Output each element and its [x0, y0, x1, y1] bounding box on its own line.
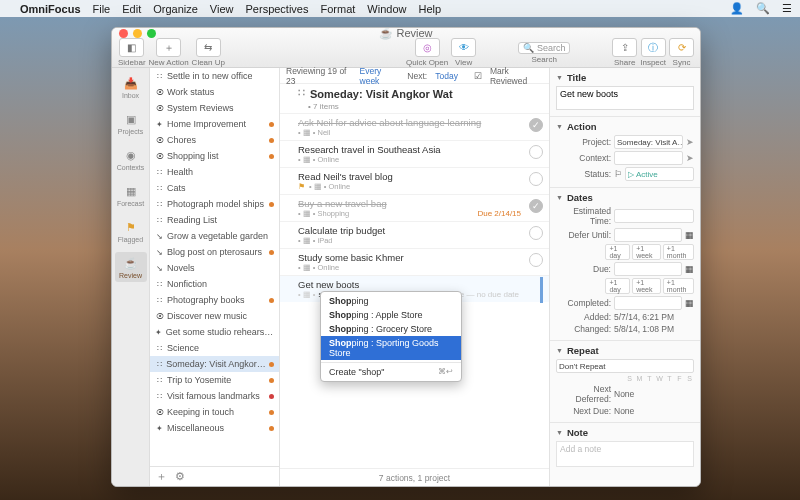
- add-project-button[interactable]: ＋: [156, 469, 167, 484]
- view-button[interactable]: 👁: [451, 38, 476, 57]
- autocomplete-item[interactable]: Shopping : Grocery Store: [321, 322, 461, 336]
- sidebar-project-row[interactable]: ✦Home Improvement: [150, 116, 279, 132]
- disclosure-icon[interactable]: ▼: [556, 123, 563, 130]
- menu-perspectives[interactable]: Perspectives: [246, 3, 309, 15]
- disclosure-icon[interactable]: ▼: [556, 347, 563, 354]
- defer-field[interactable]: [614, 228, 682, 242]
- menu-window[interactable]: Window: [367, 3, 406, 15]
- task-row[interactable]: Calculate trip budget• ▦ • iPad: [280, 221, 549, 248]
- sidebar-project-row[interactable]: ⦿Work status: [150, 84, 279, 100]
- sidebar-project-row[interactable]: ⦿System Reviews: [150, 100, 279, 116]
- task-row[interactable]: Ask Neil for advice about language learn…: [280, 113, 549, 140]
- sidebar-project-row[interactable]: ∷Nonfiction: [150, 276, 279, 292]
- project-item-count: • 7 items: [280, 102, 549, 113]
- note-field[interactable]: Add a note: [556, 441, 694, 467]
- calendar-icon[interactable]: ▦: [685, 230, 694, 240]
- due-quick-buttons[interactable]: +1 day+1 week+1 month: [605, 278, 694, 294]
- search-input[interactable]: 🔍Search: [518, 42, 571, 54]
- sidebar-project-row[interactable]: ∷Someday: Visit Angkor Wat: [150, 356, 279, 372]
- sidebar-project-row[interactable]: ⦿Keeping in touch: [150, 404, 279, 420]
- app-menu[interactable]: OmniFocus: [20, 3, 81, 15]
- task-row[interactable]: Buy a new travel bag• ▦ • ShoppingDue 2/…: [280, 194, 549, 221]
- status-field[interactable]: ▷ Active: [625, 167, 694, 181]
- task-checkbox[interactable]: ✓: [529, 118, 543, 132]
- sidebar-project-row[interactable]: ⦿Discover new music: [150, 308, 279, 324]
- task-checkbox[interactable]: [529, 253, 543, 267]
- menu-extra-icon[interactable]: ☰: [782, 2, 792, 15]
- new-action-button[interactable]: ＋: [156, 38, 181, 57]
- sidebar-project-row[interactable]: ∷Health: [150, 164, 279, 180]
- sidebar-project-row[interactable]: ↘Grow a vegetable garden: [150, 228, 279, 244]
- mark-reviewed-button[interactable]: Mark Reviewed: [490, 66, 543, 86]
- review-next-value[interactable]: Today: [435, 71, 458, 81]
- disclosure-icon[interactable]: ▼: [556, 74, 563, 81]
- menu-view[interactable]: View: [210, 3, 234, 15]
- rail-flagged[interactable]: ⚑Flagged: [115, 216, 147, 246]
- goto-icon[interactable]: ➤: [686, 137, 694, 147]
- sidebar-project-row[interactable]: ↘Novels: [150, 260, 279, 276]
- context-field[interactable]: [614, 151, 683, 165]
- menu-help[interactable]: Help: [418, 3, 441, 15]
- search-icon[interactable]: 🔍: [756, 2, 770, 15]
- disclosure-icon[interactable]: ▼: [556, 194, 563, 201]
- task-checkbox[interactable]: ✓: [529, 199, 543, 213]
- flag-toggle[interactable]: ⚐: [614, 169, 622, 179]
- sidebar-project-row[interactable]: ∷Photograph model ships: [150, 196, 279, 212]
- menu-organize[interactable]: Organize: [153, 3, 198, 15]
- rail-forecast[interactable]: ▦Forecast: [115, 180, 147, 210]
- autocomplete-item[interactable]: Shopping : Sporting Goods Store: [321, 336, 461, 360]
- disclosure-icon[interactable]: ▼: [556, 429, 563, 436]
- sidebar-project-row[interactable]: ∷Settle in to new office: [150, 68, 279, 84]
- inspector: ▼Title ▼Action Project:Someday: Visit A……: [550, 68, 700, 486]
- completed-field[interactable]: [614, 296, 682, 310]
- autocomplete-item[interactable]: Shopping: [321, 294, 461, 308]
- task-row[interactable]: Read Neil's travel blog⚑• ▦ • Online: [280, 167, 549, 194]
- task-row[interactable]: Research travel in Southeast Asia• ▦ • O…: [280, 140, 549, 167]
- review-frequency[interactable]: Every week: [360, 66, 400, 86]
- task-checkbox[interactable]: [529, 172, 543, 186]
- sidebar-project-row[interactable]: ∷Photography books: [150, 292, 279, 308]
- clean-up-button[interactable]: ⇆: [196, 38, 221, 57]
- day-picker[interactable]: SMTWTFS: [556, 375, 694, 382]
- rail-projects[interactable]: ▣Projects: [115, 108, 147, 138]
- estimated-time-field[interactable]: [614, 209, 694, 223]
- sidebar-settings-button[interactable]: ⚙: [175, 470, 185, 483]
- repeat-field[interactable]: Don't Repeat: [556, 359, 694, 373]
- defer-quick-buttons[interactable]: +1 day+1 week+1 month: [605, 244, 694, 260]
- menu-format[interactable]: Format: [321, 3, 356, 15]
- sidebar-project-row[interactable]: ✦Get some studio rehearsal time: [150, 324, 279, 340]
- user-icon[interactable]: 👤: [730, 2, 744, 15]
- sidebar-project-row[interactable]: ∷Reading List: [150, 212, 279, 228]
- rail-review[interactable]: ☕Review: [115, 252, 147, 282]
- project-field[interactable]: Someday: Visit A…: [614, 135, 683, 149]
- sidebar-project-row[interactable]: ∷Trip to Yosemite: [150, 372, 279, 388]
- sync-button[interactable]: ⟳: [669, 38, 694, 57]
- sidebar-project-row[interactable]: ↘Blog post on pterosaurs: [150, 244, 279, 260]
- sidebar-project-row[interactable]: ∷Cats: [150, 180, 279, 196]
- menu-edit[interactable]: Edit: [122, 3, 141, 15]
- task-checkbox[interactable]: [529, 226, 543, 240]
- sidebar-project-row[interactable]: ⦿Shopping list: [150, 148, 279, 164]
- sidebar-project-row[interactable]: ⦿Chores: [150, 132, 279, 148]
- inspector-title-field[interactable]: [556, 86, 694, 110]
- task-row[interactable]: Study some basic Khmer• ▦ • Online: [280, 248, 549, 275]
- share-button[interactable]: ⇪: [612, 38, 637, 57]
- project-name: Trip to Yosemite: [167, 375, 231, 385]
- quick-open-button[interactable]: ◎: [415, 38, 440, 57]
- sidebar-project-row[interactable]: ∷Science: [150, 340, 279, 356]
- due-field[interactable]: [614, 262, 682, 276]
- rail-inbox[interactable]: 📥Inbox: [115, 72, 147, 102]
- inspect-button[interactable]: ⓘ: [641, 38, 666, 57]
- calendar-icon[interactable]: ▦: [685, 298, 694, 308]
- rail-contexts[interactable]: ◉Contexts: [115, 144, 147, 174]
- autocomplete-item[interactable]: Shopping : Apple Store: [321, 308, 461, 322]
- goto-icon[interactable]: ➤: [686, 153, 694, 163]
- sidebar-project-row[interactable]: ∷Visit famous landmarks: [150, 388, 279, 404]
- inspect-label: Inspect: [640, 58, 666, 67]
- task-checkbox[interactable]: [529, 145, 543, 159]
- calendar-icon[interactable]: ▦: [685, 264, 694, 274]
- autocomplete-create[interactable]: Create "shop"⌘↩: [321, 365, 461, 379]
- sidebar-toggle-button[interactable]: ◧: [119, 38, 144, 57]
- sidebar-project-row[interactable]: ✦Miscellaneous: [150, 420, 279, 436]
- menu-file[interactable]: File: [93, 3, 111, 15]
